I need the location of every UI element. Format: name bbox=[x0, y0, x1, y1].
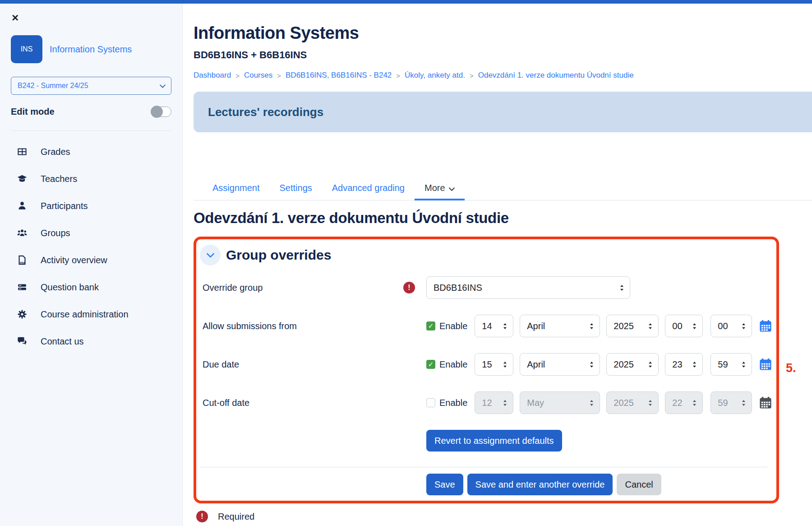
minute-select: 59 bbox=[710, 391, 752, 414]
chevron-down-icon bbox=[207, 253, 214, 258]
tab-assignment[interactable]: Assignment bbox=[203, 177, 270, 200]
breadcrumb-separator: > bbox=[235, 72, 240, 79]
month-select: May bbox=[520, 391, 600, 414]
page-title: Information Systems bbox=[194, 23, 812, 43]
day-select[interactable]: 15 bbox=[475, 353, 513, 376]
sidebar-item-label: Contact us bbox=[41, 336, 84, 347]
minute-value: 59 bbox=[718, 398, 728, 408]
updown-icon bbox=[648, 361, 653, 368]
chat-icon bbox=[17, 336, 27, 346]
updown-icon bbox=[692, 323, 697, 330]
term-select[interactable]: B242 - Summer 24/25 bbox=[11, 77, 171, 95]
updown-icon bbox=[741, 400, 746, 406]
due-date-label: Due date bbox=[203, 359, 392, 370]
tab-more-label: More bbox=[424, 183, 445, 193]
chevron-down-icon bbox=[160, 82, 166, 90]
updown-icon bbox=[741, 361, 746, 368]
sidebar-item-contact-us[interactable]: Contact us bbox=[0, 328, 182, 355]
breadcrumb-item-dashboard[interactable]: Dashboard bbox=[194, 71, 231, 80]
calendar-icon bbox=[759, 396, 772, 409]
enable-label: Enable bbox=[439, 398, 467, 408]
sidebar-item-label: Grades bbox=[41, 147, 70, 157]
minute-select[interactable]: 59 bbox=[710, 353, 752, 376]
calendar-icon[interactable] bbox=[759, 358, 772, 371]
day-select[interactable]: 14 bbox=[475, 315, 513, 337]
allow-submissions-label: Allow submissions from bbox=[203, 321, 392, 331]
main-content: Information Systems BD6B16INS + B6B16INS… bbox=[183, 4, 812, 526]
override-group-row: Override group ! BD6B16INS bbox=[200, 276, 767, 299]
section-title: Group overrides bbox=[226, 247, 331, 263]
enable-label: Enable bbox=[439, 321, 467, 331]
save-and-enter-another-button[interactable]: Save and enter another override bbox=[467, 474, 613, 495]
top-accent-bar bbox=[0, 0, 812, 4]
year-value: 2025 bbox=[614, 359, 634, 370]
minute-value: 00 bbox=[718, 321, 728, 331]
month-select[interactable]: April bbox=[520, 315, 600, 337]
breadcrumb-item-assignment[interactable]: Odevzdání 1. verze dokumentu Úvodní stud… bbox=[478, 71, 634, 80]
page-subtitle: BD6B16INS + B6B16INS bbox=[194, 49, 812, 61]
updown-icon bbox=[503, 400, 508, 406]
course-link[interactable]: Information Systems bbox=[50, 44, 132, 55]
day-value: 12 bbox=[482, 398, 492, 408]
toggle-knob bbox=[151, 106, 163, 118]
database-icon bbox=[17, 282, 27, 292]
person-icon bbox=[17, 201, 27, 211]
year-select[interactable]: 2025 bbox=[606, 353, 659, 376]
close-icon[interactable]: × bbox=[12, 11, 18, 24]
enable-checkbox[interactable]: ✓ bbox=[426, 360, 435, 369]
year-select: 2025 bbox=[606, 391, 659, 414]
hour-value: 00 bbox=[672, 321, 682, 331]
revert-defaults-button[interactable]: Revert to assignment defaults bbox=[426, 430, 562, 452]
breadcrumb-item-section[interactable]: Úkoly, ankety atd. bbox=[405, 71, 465, 80]
tab-more[interactable]: More bbox=[415, 177, 465, 200]
sidebar-item-label: Groups bbox=[41, 228, 70, 238]
graduation-cap-icon bbox=[17, 174, 27, 184]
enable-checkbox[interactable]: ✓ bbox=[426, 321, 435, 330]
table-icon bbox=[17, 147, 27, 157]
required-note: ! Required bbox=[194, 511, 812, 522]
hour-select[interactable]: 00 bbox=[665, 315, 703, 337]
page: × INS Information Systems B242 - Summer … bbox=[0, 0, 812, 526]
sidebar-item-groups[interactable]: Groups bbox=[0, 219, 182, 247]
override-group-select[interactable]: BD6B16INS bbox=[426, 276, 630, 299]
updown-icon bbox=[503, 323, 508, 330]
tab-settings[interactable]: Settings bbox=[270, 177, 322, 200]
sidebar-item-teachers[interactable]: Teachers bbox=[0, 165, 182, 192]
breadcrumb-item-course[interactable]: BD6B16INS, B6B16INS - B242 bbox=[286, 71, 392, 80]
updown-icon bbox=[692, 400, 697, 406]
month-select[interactable]: April bbox=[520, 353, 600, 376]
sidebar-item-participants[interactable]: Participants bbox=[0, 192, 182, 219]
section-collapse-toggle[interactable] bbox=[200, 245, 221, 265]
sidebar-item-course-administration[interactable]: Course administration bbox=[0, 301, 182, 328]
tab-advanced-grading[interactable]: Advanced grading bbox=[322, 177, 415, 200]
year-select[interactable]: 2025 bbox=[606, 315, 659, 337]
day-value: 15 bbox=[482, 359, 492, 370]
year-value: 2025 bbox=[614, 398, 634, 408]
breadcrumb-separator: > bbox=[470, 72, 474, 79]
cancel-button[interactable]: Cancel bbox=[617, 474, 661, 495]
hour-select[interactable]: 23 bbox=[665, 353, 703, 376]
updown-icon bbox=[589, 400, 594, 406]
minute-select[interactable]: 00 bbox=[710, 315, 752, 337]
breadcrumb-separator: > bbox=[277, 72, 281, 79]
required-label: Required bbox=[218, 512, 254, 522]
edit-mode-toggle[interactable] bbox=[151, 107, 171, 117]
save-button[interactable]: Save bbox=[426, 474, 463, 495]
highlight-box: Group overrides Override group ! BD6B16I… bbox=[194, 237, 779, 503]
assignment-heading: Odevzdání 1. verze dokumentu Úvodní stud… bbox=[194, 209, 812, 227]
banner-title: Lectures' recordings bbox=[208, 105, 323, 119]
enable-checkbox[interactable] bbox=[426, 398, 435, 407]
updown-icon bbox=[503, 361, 508, 368]
breadcrumb-item-courses[interactable]: Courses bbox=[244, 71, 272, 80]
lectures-recordings-banner[interactable]: Lectures' recordings bbox=[194, 92, 812, 132]
sidebar-item-question-bank[interactable]: Question bank bbox=[0, 274, 182, 301]
divider bbox=[11, 130, 171, 131]
sidebar-item-label: Question bank bbox=[41, 282, 99, 293]
sidebar-item-activity-overview[interactable]: PDF Activity overview bbox=[0, 247, 182, 274]
override-group-label: Override group bbox=[203, 283, 392, 293]
updown-icon bbox=[692, 361, 697, 368]
sidebar-item-grades[interactable]: Grades bbox=[0, 138, 182, 165]
updown-icon bbox=[619, 284, 624, 291]
step-annotation: 5. bbox=[786, 361, 796, 375]
calendar-icon[interactable] bbox=[759, 320, 772, 332]
